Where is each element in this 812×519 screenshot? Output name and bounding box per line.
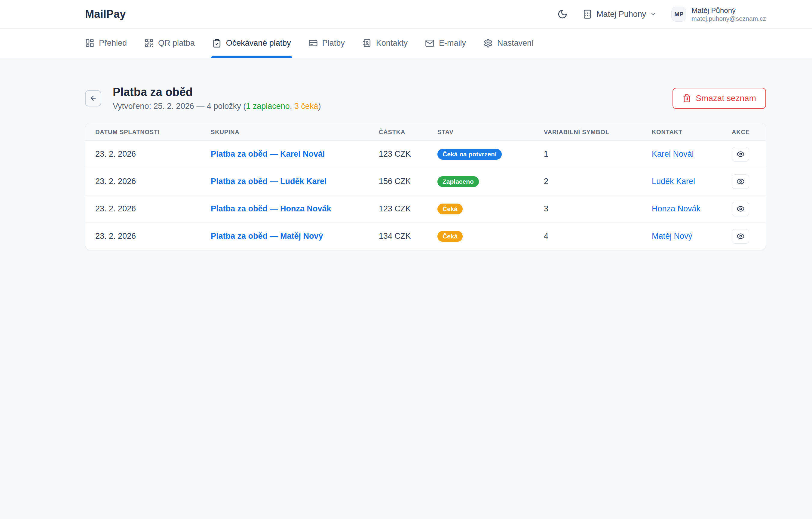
topbar-right: Matej Puhony MP Matěj Půhoný matej.puhon… [557, 6, 766, 23]
tab-qr-platba[interactable]: QR platba [144, 29, 195, 58]
tab-nastaveni[interactable]: Nastavení [484, 29, 534, 58]
contacts-icon [362, 38, 372, 48]
view-detail-button[interactable] [732, 174, 749, 189]
col-due-date: DATUM SPLATNOSTI [85, 123, 205, 141]
col-status: STAV [431, 123, 538, 141]
tab-label: Očekávané platby [226, 38, 291, 48]
tab-label: E-maily [439, 38, 466, 48]
col-contact: KONTAKT [646, 123, 726, 141]
table-row: 23. 2. 2026 Platba za oběd — Luděk Karel… [85, 168, 766, 195]
avatar: MP [671, 7, 686, 22]
table-header-row: DATUM SPLATNOSTI SKUPINA ČÁSTKA STAV VAR… [85, 123, 766, 141]
title-block: Platba za oběd Vytvořeno: 25. 2. 2026 — … [113, 86, 321, 111]
view-detail-button[interactable] [732, 202, 749, 216]
settings-icon [484, 38, 493, 48]
payments-table: DATUM SPLATNOSTI SKUPINA ČÁSTKA STAV VAR… [85, 123, 766, 250]
tab-kontakty[interactable]: Kontakty [362, 29, 408, 58]
main-content: Platba za oběd Vytvořeno: 25. 2. 2026 — … [0, 58, 812, 250]
user-identity: Matěj Půhoný matej.puhony@seznam.cz [691, 6, 766, 23]
theme-toggle-button[interactable] [557, 9, 568, 19]
variable-symbol-cell: 2 [538, 168, 646, 195]
eye-icon [736, 232, 745, 240]
due-date-cell: 23. 2. 2026 [85, 168, 205, 195]
paid-count: 1 zaplaceno [246, 102, 290, 111]
pending-count: 3 čeká [294, 102, 318, 111]
tab-label: Kontakty [376, 38, 408, 48]
created-suffix: ) [318, 102, 321, 111]
amount-cell: 134 CZK [373, 223, 431, 250]
chevron-down-icon [650, 11, 656, 17]
dashboard-icon [85, 38, 94, 48]
page-title: Platba za oběd [113, 86, 321, 99]
tab-label: Platby [322, 38, 345, 48]
user-menu[interactable]: MP Matěj Půhoný matej.puhony@seznam.cz [671, 6, 766, 23]
back-button[interactable] [85, 90, 101, 107]
contact-link[interactable]: Luděk Karel [652, 177, 695, 186]
status-badge: Zaplaceno [437, 176, 479, 187]
col-actions: AKCE [726, 123, 766, 141]
due-date-cell: 23. 2. 2026 [85, 223, 205, 250]
trash-icon [683, 94, 691, 103]
view-detail-button[interactable] [732, 147, 749, 162]
tab-ocekavane-platby[interactable]: Očekávané platby [212, 29, 291, 58]
group-link[interactable]: Platba za oběd — Honza Novák [211, 204, 331, 213]
page-head: Platba za oběd Vytvořeno: 25. 2. 2026 — … [85, 86, 766, 111]
table-row: 23. 2. 2026 Platba za oběd — Honza Novák… [85, 195, 766, 223]
tab-label: Nastavení [497, 38, 534, 48]
col-amount: ČÁSTKA [373, 123, 431, 141]
main-nav: Přehled QR platba Očekávané platby Platb… [0, 29, 812, 58]
eye-icon [736, 205, 745, 213]
tab-emaily[interactable]: E-maily [425, 29, 466, 58]
amount-cell: 156 CZK [373, 168, 431, 195]
status-badge: Čeká [437, 231, 463, 242]
topbar: MailPay Matej Puhony MP Matěj Půhoný mat… [0, 0, 812, 29]
qr-code-icon [144, 38, 154, 48]
tab-prehled[interactable]: Přehled [85, 29, 127, 58]
contact-link[interactable]: Karel Novál [652, 149, 694, 158]
credit-card-icon [309, 38, 318, 48]
due-date-cell: 23. 2. 2026 [85, 195, 205, 223]
tab-label: Přehled [99, 38, 127, 48]
variable-symbol-cell: 3 [538, 195, 646, 223]
variable-symbol-cell: 4 [538, 223, 646, 250]
contact-link[interactable]: Matěj Nový [652, 232, 692, 240]
status-badge: Čeká na potvrzení [437, 149, 502, 160]
user-email: matej.puhony@seznam.cz [691, 15, 766, 23]
table-row: 23. 2. 2026 Platba za oběd — Matěj Nový … [85, 223, 766, 250]
table-row: 23. 2. 2026 Platba za oběd — Karel Novál… [85, 140, 766, 168]
eye-icon [736, 150, 745, 158]
col-variable-symbol: VARIABILNÍ SYMBOL [538, 123, 646, 141]
building-icon [583, 9, 592, 19]
group-link[interactable]: Platba za oběd — Luděk Karel [211, 177, 327, 186]
page-subtitle: Vytvořeno: 25. 2. 2026 — 4 položky (1 za… [113, 102, 321, 111]
workspace-switcher[interactable]: Matej Puhony [583, 9, 656, 19]
workspace-name: Matej Puhony [597, 10, 646, 19]
contact-link[interactable]: Honza Novák [652, 204, 700, 213]
moon-icon [557, 9, 568, 19]
delete-list-button[interactable]: Smazat seznam [672, 88, 766, 109]
created-separator: , [290, 102, 294, 111]
tab-label: QR platba [158, 38, 195, 48]
mail-icon [425, 38, 434, 48]
eye-icon [736, 177, 745, 185]
clipboard-check-icon [212, 38, 222, 48]
delete-list-label: Smazat seznam [696, 93, 756, 103]
user-name: Matěj Půhoný [691, 6, 766, 15]
group-link[interactable]: Platba za oběd — Karel Novál [211, 149, 325, 158]
amount-cell: 123 CZK [373, 140, 431, 168]
due-date-cell: 23. 2. 2026 [85, 140, 205, 168]
status-badge: Čeká [437, 204, 463, 214]
payments-table-card: DATUM SPLATNOSTI SKUPINA ČÁSTKA STAV VAR… [85, 123, 766, 251]
col-group: SKUPINA [205, 123, 373, 141]
view-detail-button[interactable] [732, 229, 749, 243]
group-link[interactable]: Platba za oběd — Matěj Nový [211, 232, 323, 240]
amount-cell: 123 CZK [373, 195, 431, 223]
variable-symbol-cell: 1 [538, 140, 646, 168]
arrow-left-icon [90, 94, 97, 102]
app-logo: MailPay [85, 8, 126, 21]
created-prefix: Vytvořeno: 25. 2. 2026 — 4 položky ( [113, 102, 246, 111]
tab-platby[interactable]: Platby [309, 29, 345, 58]
